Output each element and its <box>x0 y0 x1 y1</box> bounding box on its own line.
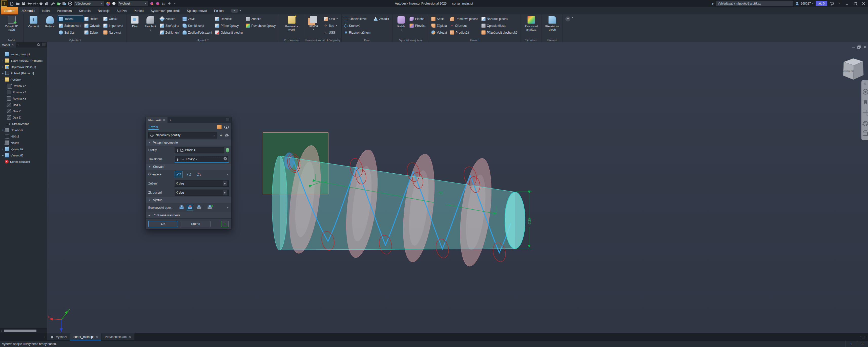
home-icon[interactable] <box>38 1 44 7</box>
dimension-length-label[interactable]: 70 <box>439 191 443 195</box>
scroll-left-icon[interactable]: ‹ <box>0 329 2 332</box>
kvadr-button[interactable]: Kvádr ▼ <box>394 15 408 31</box>
zesileni-odsazeni-button[interactable]: Zesílení/odsazení <box>181 29 214 36</box>
preset-dropdown[interactable]: Naposledy použitý ▼ <box>148 132 217 138</box>
prime-upravy-button[interactable]: Přímé úpravy <box>214 22 245 29</box>
expand-options-icon[interactable]: ▶ <box>223 181 227 186</box>
minimize-button[interactable] <box>844 1 850 6</box>
film-wheel-icon[interactable] <box>67 1 73 7</box>
generator-tvaru-button[interactable]: ✦ Generátor tvarů <box>280 15 303 31</box>
close-icon[interactable]: ✕ <box>11 43 14 46</box>
tree-item-axis-y[interactable]: Osa Y <box>0 108 47 114</box>
sketch-update-icon[interactable]: ▾ <box>50 1 55 7</box>
plocha-volny-button[interactable]: Plocha <box>408 15 427 22</box>
open-icon[interactable] <box>15 1 21 7</box>
dimension-diameter-label[interactable]: ∅20 <box>528 218 531 225</box>
search-icon[interactable] <box>37 43 40 46</box>
hamburger-icon[interactable] <box>862 333 868 340</box>
menu-nacrt[interactable]: Náčrt <box>39 7 53 14</box>
pevnostni-analyza-button[interactable]: Pevnostní analýza <box>522 15 540 31</box>
navigation-bar[interactable] <box>861 80 868 140</box>
tree-item-plane-xy[interactable]: Rovina XY <box>0 95 47 102</box>
browser-tab-model[interactable]: Model ✕ <box>0 42 16 47</box>
menu-sprava[interactable]: Správa <box>113 7 130 14</box>
zavit-button[interactable]: Závit <box>181 15 214 22</box>
znacka-button[interactable]: Značka <box>245 15 278 22</box>
povrchove-upravy-button[interactable]: Povrchové úpravy <box>245 22 278 29</box>
tree-item-sketch4[interactable]: Náčrt4 <box>0 140 47 146</box>
qat-add-icon[interactable]: ✚ <box>166 1 172 7</box>
save-icon[interactable] <box>21 1 26 7</box>
tree-item-view[interactable]: +Pohled: [Primární] <box>0 70 47 76</box>
chevron-down-icon[interactable]: ▼ <box>227 207 229 209</box>
tree-item-end-of-part[interactable]: Konec součásti <box>0 159 47 165</box>
nahradit-plochu-button[interactable]: Nahradit plochu <box>480 15 520 22</box>
tree-item-axis-x[interactable]: Osa X <box>0 102 47 108</box>
restore-button[interactable] <box>852 1 859 6</box>
zkoseni-button[interactable]: Zkosení <box>159 15 181 22</box>
odvodit-button[interactable]: Odvodit <box>83 22 102 29</box>
obdelnikove-pole-button[interactable]: Obdélníkové <box>343 15 373 22</box>
notification-badge[interactable]: 0 <box>816 1 827 6</box>
prevest-volny-button[interactable]: Převést <box>408 22 427 29</box>
rizene-nacrtem-button[interactable]: ⊞ Řízené náčrtem <box>343 29 373 36</box>
dira-button[interactable]: Díra <box>128 15 142 28</box>
parameters-fx-icon[interactable]: fx <box>161 1 166 7</box>
menu-pohled[interactable]: Pohled <box>130 7 147 14</box>
dimension-pitch-label[interactable]: 4 <box>325 180 327 183</box>
browser-horizontal-scrollbar[interactable]: ‹ <box>0 328 47 333</box>
zebro-button[interactable]: Žebro <box>83 29 102 36</box>
menu-spolupracovat[interactable]: Spolupracovat <box>183 7 211 14</box>
twist-input[interactable]: 0 deg ▶ <box>175 189 229 196</box>
zaplata-button[interactable]: Záplata <box>430 22 449 29</box>
boolean-join-button[interactable] <box>178 205 185 211</box>
boolean-new-solid-button[interactable]: ✚ <box>206 205 213 211</box>
zaobleni-button[interactable]: Zaoblení ▼ <box>142 15 159 31</box>
obtisk-button[interactable]: Obtisk <box>102 15 125 22</box>
vysunuti-button[interactable]: ↥ Vysunutí <box>25 15 42 28</box>
taper-input[interactable]: 0 deg ▶ <box>175 180 229 187</box>
prevest-na-plech-button[interactable]: Převést na plech <box>543 15 561 31</box>
odstranit-plochu-button[interactable]: Odstranit plochu <box>214 29 245 36</box>
menu-fusion[interactable]: Fusion <box>211 7 227 14</box>
section-advanced[interactable]: ▶ Rozšířené vlastnosti <box>146 212 231 218</box>
rotace-button[interactable]: Rotace <box>42 15 58 28</box>
expand-options-icon[interactable]: ▶ <box>223 190 227 195</box>
close-icon[interactable]: ✕ <box>163 118 165 122</box>
dialog-tab-vlastnosti[interactable]: Vlastnosti ✕ <box>146 117 167 123</box>
menu-soubor[interactable]: Soubor <box>1 7 18 14</box>
cart-icon[interactable] <box>829 1 835 7</box>
sablonovani-button[interactable]: Šablonování <box>58 22 83 29</box>
oriznout-button[interactable]: ✂ Oříznout <box>449 22 480 29</box>
clear-selection-icon[interactable] <box>223 157 227 161</box>
path-selector[interactable]: Křivky: 2 <box>175 156 229 163</box>
rozdelit-button[interactable]: Rozdělit <box>214 15 245 22</box>
new-file-icon[interactable] <box>9 1 15 7</box>
hamburger-icon[interactable] <box>42 43 45 46</box>
sesit-button[interactable]: Sešít <box>430 15 449 22</box>
add-browser-tab-button[interactable]: ＋ <box>16 43 21 47</box>
cancel-button[interactable]: Storno <box>181 221 211 227</box>
view-cube[interactable]: ZEPŘEDU <box>843 58 863 80</box>
chevron-down-icon[interactable]: ▼ <box>227 173 229 176</box>
appearance-dropdown[interactable]: Výchozí ▼ <box>118 1 148 6</box>
ok-button[interactable]: OK <box>148 221 178 227</box>
zahajit-2d-nacrt-button[interactable]: ✚ Zahájit 2D náčrt <box>1 15 22 31</box>
prodlouzit-button[interactable]: ↑ Prodloužit <box>449 29 480 36</box>
gear-icon[interactable] <box>225 133 229 137</box>
section-input-geometry[interactable]: ▼ Vstupní geometrie <box>146 140 231 146</box>
qat-customize-icon[interactable]: ▼ <box>172 1 178 7</box>
tree-item-center-point[interactable]: ◇Středový bod <box>0 120 47 127</box>
feature-name[interactable]: Tažení <box>148 125 159 130</box>
redo-icon[interactable]: ▾ <box>32 1 38 7</box>
menu-systemove-prostredi[interactable]: Systémové prostředí <box>147 7 183 14</box>
orientation-fixed-button[interactable] <box>185 171 193 178</box>
add-preset-icon[interactable]: ＋ <box>219 133 223 138</box>
rovina-button[interactable]: Rovina ▼ <box>305 15 321 31</box>
appearance-ball-icon[interactable] <box>111 1 117 7</box>
tree-item-solid-bodies[interactable]: +Objemová tělesa(1) <box>0 64 47 70</box>
chevron-down-icon[interactable]: ▼ <box>571 16 574 19</box>
tree-item-3d-sketch2[interactable]: +3D náčrt2 <box>0 127 47 133</box>
menu-nastroje[interactable]: Nástroje <box>94 7 113 14</box>
kruhove-pole-button[interactable]: Kruhové <box>343 22 373 29</box>
